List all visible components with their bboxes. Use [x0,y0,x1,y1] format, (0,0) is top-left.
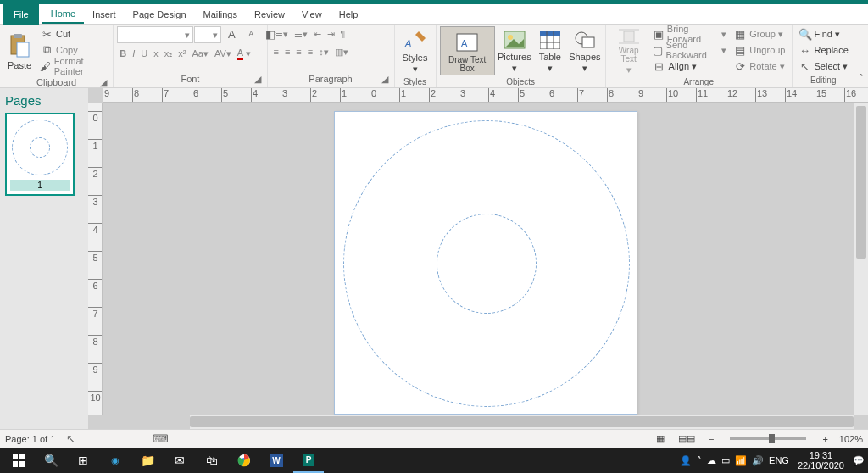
tray-onedrive-icon[interactable]: ☁ [707,455,716,466]
two-page-view-button[interactable]: ▤▤ [676,431,698,447]
send-backward-button[interactable]: ▢Send Backward ▾ [650,42,730,58]
subscript-button[interactable]: x₂ [162,46,175,61]
font-color-button[interactable]: A▾ [235,46,253,61]
font-group-label: Font [181,74,199,84]
task-view-button[interactable]: ⊞ [68,448,98,473]
zoom-out-button[interactable]: − [706,431,716,447]
edge-button[interactable]: ◉ [100,448,131,473]
numbering-button[interactable]: ☰▾ [292,26,310,42]
tray-lang[interactable]: ENG [769,455,789,465]
bold-button[interactable]: B [117,46,129,61]
tray-people-icon[interactable]: 👤 [680,455,692,466]
tab-help[interactable]: Help [331,6,367,23]
cut-button[interactable]: ✂Cut [37,26,109,42]
ungroup-button[interactable]: ▤Ungroup [731,42,787,58]
underline-button[interactable]: U [138,46,150,61]
char-spacing-button[interactable]: AV▾ [212,46,234,61]
vertical-ruler[interactable]: 01234567891011 [88,103,103,415]
tray-chevron-icon[interactable]: ˄ [697,455,702,466]
zoom-in-button[interactable]: + [820,431,830,447]
strike-button[interactable]: x [151,46,161,61]
zoom-handle[interactable] [769,434,775,443]
rotate-button[interactable]: ⟳Rotate ▾ [731,58,787,74]
store-button[interactable]: 🛍 [197,448,227,473]
tray-notifications-icon[interactable]: 💬 [853,455,865,466]
chrome-button[interactable] [229,448,259,473]
thumb-inner-circle [30,137,50,158]
justify-button[interactable]: ≡ [305,44,315,59]
svg-point-22 [238,454,250,466]
wrap-text-button[interactable]: Wrap Text▾ [609,26,648,75]
sup-button[interactable]: x² [175,46,188,61]
shrink-font-button[interactable]: A [242,26,260,42]
table-button[interactable]: Table▾ [534,26,566,75]
align-left-button[interactable]: ≡ [271,44,281,59]
font-launcher[interactable]: ◢ [253,74,262,82]
styles-button[interactable]: A Styles▾ [398,26,432,75]
tab-file[interactable]: File [3,4,39,25]
format-painter-button[interactable]: 🖌Format Painter [37,58,109,74]
tab-review[interactable]: Review [246,6,293,23]
tray-sound-icon[interactable]: 🔊 [752,455,764,466]
tray-battery-icon[interactable]: ▭ [721,455,730,466]
inc-indent-button[interactable]: ⇥ [325,26,337,42]
tray-wifi-icon[interactable]: 📶 [735,455,747,466]
page-thumbnail-1[interactable]: 1 [5,113,75,196]
workspace: Pages 1 98765432101234567891011121314151… [0,88,868,429]
single-page-view-button[interactable]: ▦ [654,431,667,447]
pictures-button[interactable]: Pictures▾ [497,26,532,75]
select-button[interactable]: ↖Select ▾ [796,58,851,74]
svg-rect-4 [457,34,477,51]
canvas-area[interactable] [103,103,868,415]
horizontal-ruler[interactable]: 987654321012345678910111213141516 [103,88,868,103]
case-button[interactable]: Aa▾ [189,46,210,61]
align-button[interactable]: ⊟Align ▾ [650,58,730,74]
tab-insert[interactable]: Insert [84,6,125,23]
line-spacing-button[interactable]: ↕▾ [316,44,331,59]
align-right-button[interactable]: ≡ [293,44,303,59]
font-family-select[interactable]: ▾ [117,26,193,43]
vscroll-thumb[interactable] [856,106,866,259]
mail-button[interactable]: ✉ [164,448,195,473]
vertical-scrollbar[interactable] [854,103,868,415]
word-button[interactable]: W [261,448,292,473]
collapse-ribbon-button[interactable]: ˄ [854,25,868,87]
system-tray: 👤 ˄ ☁ ▭ 📶 🔊 ENG 19:31 22/10/2020 💬 [680,450,865,470]
send-backward-icon: ▢ [653,43,664,57]
hscroll-thumb[interactable] [190,416,854,427]
grow-font-button[interactable]: A [222,26,241,42]
horizontal-scrollbar[interactable] [190,415,854,429]
draw-text-box-button[interactable]: A Draw Text Box [440,26,495,75]
bullets-button[interactable]: ≔▾ [271,26,291,42]
font-size-select[interactable]: ▾ [194,26,221,43]
tab-page-design[interactable]: Page Design [125,6,195,23]
group-button[interactable]: ▦Group ▾ [731,26,787,42]
wrap-text-label: Wrap Text [613,47,645,64]
styles-icon: A [402,28,429,52]
tray-clock[interactable]: 19:31 22/10/2020 [794,450,848,470]
publisher-button[interactable]: P [293,448,324,473]
start-button[interactable] [3,448,34,473]
zoom-slider[interactable] [730,437,806,440]
shapes-button[interactable]: Shapes▾ [568,26,602,75]
columns-button[interactable]: ▥▾ [332,44,351,59]
svg-rect-0 [11,36,25,54]
clipboard-launcher[interactable]: ◢ [99,77,108,86]
group-clipboard: Paste ✂Cut ⧉Copy 🖌Format Painter Clipboa… [0,25,114,87]
clipboard-group-label: Clipboard [36,77,76,87]
align-center-button[interactable]: ≡ [282,44,292,59]
tab-mailings[interactable]: Mailings [195,6,246,23]
paste-button[interactable]: Paste [3,26,36,75]
tab-view[interactable]: View [293,6,331,23]
page-surface[interactable] [334,111,637,415]
italic-button[interactable]: I [130,46,137,61]
explorer-button[interactable]: 📁 [132,448,163,473]
paragraph-launcher[interactable]: ◢ [381,74,389,82]
dec-indent-button[interactable]: ⇤ [311,26,324,42]
replace-button[interactable]: ↔Replace [796,42,851,58]
search-button[interactable]: 🔍 [36,448,66,473]
zoom-level[interactable]: 102% [839,434,863,444]
pilcrow-button[interactable]: ¶ [338,26,348,42]
tab-home[interactable]: Home [42,5,84,24]
find-button[interactable]: 🔍Find ▾ [796,26,851,42]
